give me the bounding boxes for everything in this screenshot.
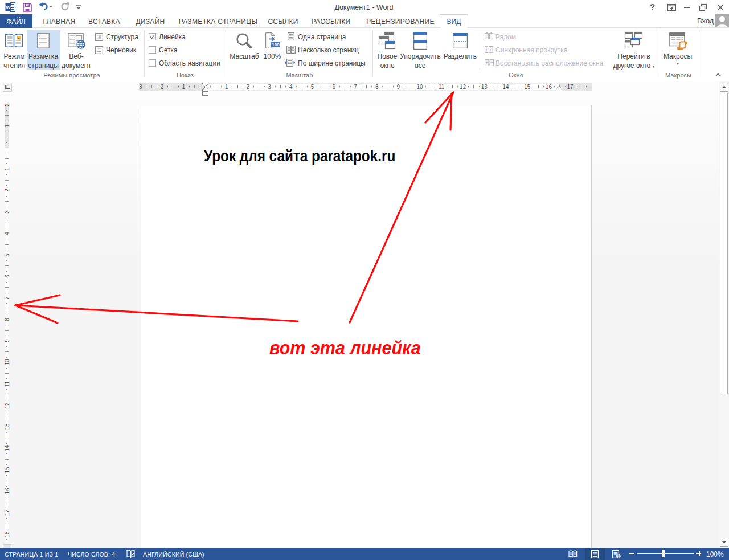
svg-text:W: W [6,5,11,10]
svg-text:100: 100 [272,42,280,47]
